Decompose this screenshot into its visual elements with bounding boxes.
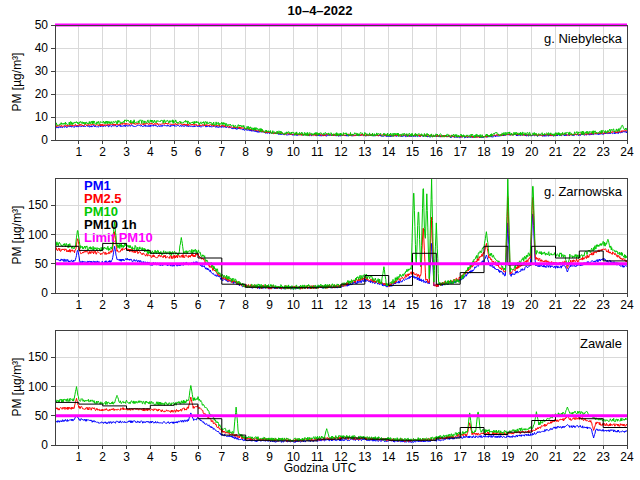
pm-figure: 1234567891011121314151617181920212223240… (0, 0, 640, 480)
x-tick-label: 15 (406, 145, 420, 159)
y-tick-label: 150 (28, 350, 48, 364)
x-tick-label: 1 (75, 145, 82, 159)
x-tick-label: 9 (266, 145, 273, 159)
station-label-zarnowska: g. Zarnowska (544, 184, 622, 199)
x-tick-label: 10 (287, 298, 301, 312)
x-tick-label: 19 (501, 145, 515, 159)
x-tick-label: 8 (242, 145, 249, 159)
y-tick-label: 100 (28, 380, 48, 394)
x-tick-label: 4 (147, 145, 154, 159)
x-tick-label: 21 (549, 298, 563, 312)
x-tick-label: 5 (171, 298, 178, 312)
x-tick-label: 14 (382, 145, 396, 159)
y-tick-label: 0 (41, 133, 48, 147)
x-tick-label: 13 (358, 145, 372, 159)
y-axis-label-plot2: PM [µg/m³] (10, 206, 24, 265)
x-tick-label: 18 (477, 298, 491, 312)
x-tick-label: 3 (123, 145, 130, 159)
station-label-zawale: Zawale (580, 336, 622, 351)
x-tick-label: 20 (525, 145, 539, 159)
x-tick-label: 12 (334, 298, 348, 312)
y-tick-label: 30 (35, 64, 49, 78)
x-tick-label: 2 (99, 298, 106, 312)
legend: PM1 PM2.5 PM10 PM10 1h Limit PM10 (84, 179, 153, 244)
x-tick-label: 23 (596, 298, 610, 312)
x-tick-label: 17 (453, 145, 467, 159)
x-tick-label: 24 (620, 145, 634, 159)
x-tick-label: 8 (242, 298, 249, 312)
figure-title: 10–4–2022 (0, 3, 640, 18)
x-tick-label: 22 (573, 145, 587, 159)
x-tick-label: 23 (596, 145, 610, 159)
y-axis-label-plot1: PM [µg/m³] (10, 53, 24, 112)
x-tick-label: 4 (147, 298, 154, 312)
x-tick-label: 20 (525, 298, 539, 312)
x-tick-label: 16 (430, 298, 444, 312)
y-tick-label: 20 (35, 87, 49, 101)
legend-item-limit-pm10: Limit PM10 (84, 231, 153, 244)
y-tick-label: 100 (28, 228, 48, 242)
y-axis-label-plot3: PM [µg/m³] (10, 358, 24, 417)
x-tick-label: 1 (75, 298, 82, 312)
x-tick-label: 19 (501, 298, 515, 312)
x-tick-label: 2 (99, 145, 106, 159)
x-tick-label: 7 (218, 298, 225, 312)
y-tick-label: 50 (35, 257, 49, 271)
y-tick-label: 150 (28, 198, 48, 212)
x-axis-label: Godzina UTC (0, 461, 640, 475)
x-tick-label: 3 (123, 298, 130, 312)
x-tick-label: 17 (453, 298, 467, 312)
x-tick-label: 11 (311, 145, 324, 159)
x-tick-label: 9 (266, 298, 273, 312)
x-tick-label: 16 (430, 145, 444, 159)
x-tick-label: 13 (358, 298, 372, 312)
x-tick-label: 14 (382, 298, 396, 312)
x-tick-label: 18 (477, 145, 491, 159)
x-tick-label: 21 (549, 145, 563, 159)
x-tick-label: 10 (287, 145, 301, 159)
x-tick-label: 22 (573, 298, 587, 312)
x-tick-label: 12 (334, 145, 348, 159)
y-tick-label: 0 (41, 286, 48, 300)
plot-2: 1234567891011121314151617181920212223240… (28, 330, 634, 464)
y-tick-label: 50 (35, 409, 49, 423)
x-tick-label: 6 (195, 298, 202, 312)
x-tick-label: 24 (620, 298, 634, 312)
station-label-niebylecka: g. Niebylecka (544, 31, 622, 46)
x-tick-label: 15 (406, 298, 420, 312)
y-tick-label: 50 (35, 18, 49, 32)
y-tick-label: 0 (41, 438, 48, 452)
x-tick-label: 7 (218, 145, 225, 159)
y-tick-label: 10 (35, 110, 49, 124)
y-tick-label: 40 (35, 41, 49, 55)
x-tick-label: 11 (311, 298, 324, 312)
x-tick-label: 5 (171, 145, 178, 159)
x-tick-label: 6 (195, 145, 202, 159)
